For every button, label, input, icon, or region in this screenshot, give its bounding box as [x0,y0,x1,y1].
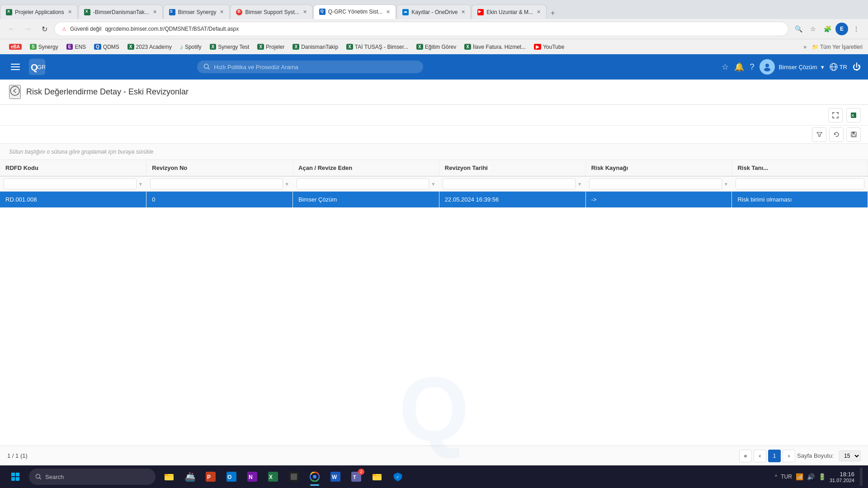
filter-input-revizyon-no[interactable] [150,178,283,189]
tab-onedrive[interactable]: ☁ Kayıtlar - OneDrive ✕ [396,5,471,19]
volume-icon[interactable]: 🔊 [807,473,815,480]
col-header-revizyon-tarihi[interactable]: Revizyon Tarihi [439,160,585,176]
grid-save-button[interactable] [846,127,861,142]
filter-input-tanim[interactable] [736,178,864,189]
bookmark-youtube[interactable]: ▶ YouTube [530,42,568,52]
tab-close-synergy[interactable]: ✕ [220,9,224,15]
help-icon[interactable]: ? [750,62,754,72]
filter-cell-rdfd[interactable]: ▼ [0,176,146,192]
bookmark-2023[interactable]: X 2023 Academy [124,42,175,52]
app-menu-icon[interactable] [7,59,24,75]
bookmark-egitim[interactable]: X Eğitim Görev [413,42,460,52]
table-row[interactable]: RD.001.008 0 Bimser Çözüm 22.05.2024 16:… [0,192,868,208]
taskbar-item-chrome[interactable] [305,467,325,487]
browser-extensions-icon[interactable]: 🧩 [821,23,834,35]
power-icon[interactable]: ⏻ [853,62,861,72]
taskbar-item-files[interactable] [367,467,387,487]
pagination-prev-button[interactable]: ‹ [754,450,766,462]
grid-filter-button[interactable] [812,127,826,142]
bookmark-projeler[interactable]: X Projeler [254,42,288,52]
language-button[interactable]: TR [830,63,847,71]
battery-icon[interactable]: 🔋 [818,473,826,480]
taskbar-item-dark-app[interactable] [284,467,304,487]
taskbar-item-outlook[interactable]: O [222,467,241,487]
filter-input-acan[interactable] [297,178,429,189]
bookmark-synergy-test[interactable]: X Synergy Test [206,42,253,52]
col-header-revizyon-no[interactable]: Revizyon No [146,160,293,176]
start-button[interactable] [5,467,25,487]
bookmark-tai[interactable]: X TAİ TUSAŞ - Bimser... [343,42,412,52]
tray-show-hidden[interactable]: ^ [775,474,778,480]
page-size-select[interactable]: 15 [839,450,861,461]
tab-youtube[interactable]: ▶ Ekin Uzunlar & M... ✕ [472,5,547,19]
bookmark-eba[interactable]: eBA [5,42,25,51]
taskbar-clock[interactable]: 18:16 31.07.2024 [830,471,854,483]
taskbar-item-security[interactable]: ✓ [388,467,408,487]
notification-bell-icon[interactable]: 🔔 [734,62,744,72]
taskbar-item-explorer[interactable] [159,467,179,487]
bookmark-ilave[interactable]: X İlave Fatura. Hizmet... [461,42,529,52]
taskbar-item-onenote[interactable]: N [242,467,262,487]
col-header-acan-revize[interactable]: Açan / Revize Eden [293,160,439,176]
taskbar-item-mascot[interactable]: 🚢 [180,467,200,487]
taskbar-item-word[interactable]: W [326,467,345,487]
filter-cell-tanim[interactable] [732,176,868,192]
bookmark-ens[interactable]: E ENS [63,42,90,52]
filter-cell-revizyon-no[interactable]: ▼ [146,176,293,192]
rdfd-kodu-link[interactable]: RD.001.008 [5,196,37,203]
filter-cell-tarih[interactable]: ▼ [439,176,585,192]
bookmark-qdms[interactable]: Q QDMS [90,42,123,52]
browser-settings-icon[interactable]: ⋮ [850,23,863,35]
tab-close-support[interactable]: ✕ [303,9,307,15]
star-icon[interactable]: ☆ [722,62,729,72]
tab-bimser-support[interactable]: B Bimser Support Syst... ✕ [230,5,312,19]
grid-refresh-button[interactable] [829,127,844,142]
taskbar-item-ppt[interactable]: P [201,467,221,487]
header-search-box[interactable] [197,61,423,73]
tab-bimser-synergy[interactable]: S Bimser Synergy ✕ [163,5,230,19]
tab-close-qgrc[interactable]: ✕ [386,9,390,15]
browser-profile-icon[interactable]: E [835,23,848,35]
tab-close-youtube[interactable]: ✕ [537,9,541,15]
bookmarks-folders-button[interactable]: 📁 Tüm Yer İşaretleri [812,44,863,50]
tab-close-onedrive[interactable]: ✕ [461,9,465,15]
filter-input-tarih[interactable] [443,178,576,189]
taskbar-search[interactable]: Search [29,469,156,485]
filter-input-kaynak[interactable] [589,178,722,189]
show-desktop-button[interactable] [860,468,863,486]
excel-export-button[interactable]: X [846,108,861,122]
pagination-page-1[interactable]: 1 [768,450,781,462]
filter-cell-kaynak[interactable]: ▼ [585,176,732,192]
reload-button[interactable]: ↻ [38,23,51,35]
col-header-rdfd-kodu[interactable]: RDFD Kodu [0,160,146,176]
tab-close-dansman[interactable]: ✕ [153,9,157,15]
back-nav-button[interactable]: ← [5,23,18,35]
bookmark-synergy[interactable]: S Synergy [26,42,62,52]
forward-nav-button[interactable]: → [22,23,34,35]
tab-bimser-dansman[interactable]: X -BimserDanismanTak... ✕ [78,5,163,19]
back-button[interactable] [9,85,21,99]
fullscreen-button[interactable] [828,108,843,122]
keyboard-language[interactable]: TUR [781,474,792,480]
filter-input-rdfd[interactable] [4,178,137,189]
taskbar-item-excel[interactable]: X [263,467,283,487]
bookmark-spotify[interactable]: ♪ Spotify [176,42,205,52]
tab-close-projeler[interactable]: ✕ [68,9,72,15]
zoom-icon[interactable]: 🔍 [792,23,805,35]
bookmark-danisman[interactable]: X DanismanTakip [289,42,342,52]
col-header-risk-tanimi[interactable]: Risk Tanı... [732,160,868,176]
filter-cell-acan[interactable]: ▼ [293,176,439,192]
taskbar-item-teams[interactable]: T 2 [346,467,366,487]
grid-container[interactable]: RDFD Kodu Revizyon No Açan / Revize Eden… [0,160,868,446]
pagination-next-button[interactable]: › [783,450,795,462]
new-tab-button[interactable]: + [547,7,558,19]
address-input-bar[interactable]: ⚠ Güvenli değil qgrcdemo.bimser.com.tr/Q… [54,22,788,36]
pagination-first-button[interactable]: « [739,450,752,462]
app-logo[interactable]: Q GRC [29,59,45,75]
bookmarks-more-button[interactable]: » [801,42,809,52]
tab-qgrc[interactable]: Q Q-GRC Yönetim Sist... ✕ [313,5,396,19]
bookmark-star-icon[interactable]: ☆ [807,23,819,35]
wifi-icon[interactable]: 📶 [796,473,803,480]
tab-projeler[interactable]: X Projeler Applications ✕ [0,5,78,19]
col-header-risk-kaynagi[interactable]: Risk Kaynağı [585,160,732,176]
